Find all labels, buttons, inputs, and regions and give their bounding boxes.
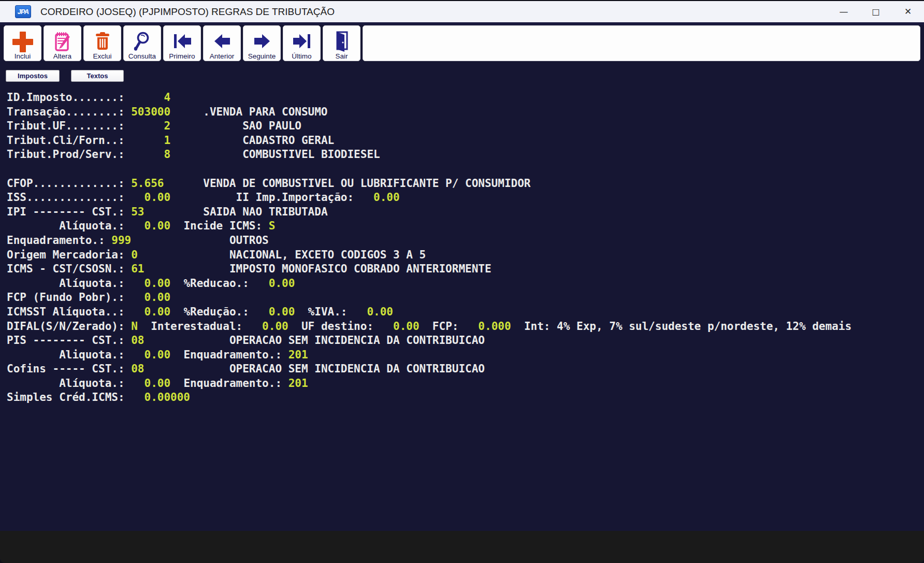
field-label: Incide ICMS:	[170, 220, 269, 232]
content-area: Impostos Textos ID.Imposto.......: 4Tran…	[0, 62, 924, 531]
field-label: COMBUSTIVEL BIODIESEL	[170, 148, 380, 161]
tab-textos[interactable]: Textos	[71, 70, 124, 82]
field-label: NACIONAL, EXCETO CODIGOS 3 A 5	[138, 249, 426, 261]
toolbar-button-label: Exclui	[93, 52, 111, 60]
seguinte-button[interactable]: Seguinte	[243, 25, 281, 61]
terminal-line: Transação........: 503000 .VENDA PARA CO…	[7, 105, 924, 120]
field-label: Alíquota.:	[7, 377, 125, 389]
toolbar-button-label: Anterior	[210, 52, 234, 60]
minimize-button[interactable]: —	[828, 1, 860, 22]
terminal-line: Origem Mercadoria: 0 NACIONAL, EXCETO CO…	[7, 248, 924, 263]
sair-button[interactable]: Sair	[323, 25, 360, 61]
field-value: 0.00	[125, 306, 171, 318]
field-value: 0.00	[125, 377, 171, 389]
field-label: .VENDA PARA CONSUMO	[170, 106, 327, 118]
tab-impostos[interactable]: Impostos	[6, 70, 60, 82]
terminal-line: ISS..............: 0.00 II Imp.Importaçã…	[7, 191, 924, 205]
toolbar-button-label: Seguinte	[248, 52, 276, 60]
terminal-line: Tribut.Prod/Serv.: 8 COMBUSTIVEL BIODIES…	[7, 148, 924, 162]
toolbar-button-label: Último	[292, 52, 311, 60]
field-value: 0.00	[125, 349, 171, 361]
toolbar-button-label: Consulta	[128, 52, 156, 60]
field-label: CADASTRO GERAL	[170, 134, 334, 147]
field-value: 201	[288, 349, 308, 361]
terminal-line: Tribut.UF........: 2 SAO PAULO	[7, 119, 924, 134]
terminal-line: ID.Imposto.......: 4	[7, 91, 924, 105]
toolbar-filler-panel	[363, 25, 920, 61]
magnifier-icon	[131, 31, 154, 52]
terminal-line: Cofins ----- CST.: 08 OPERACAO SEM INCID…	[7, 362, 924, 377]
field-value: 0.00	[347, 306, 393, 318]
field-label: FCP (Fundo Pobr).:	[7, 291, 125, 304]
field-label: Enquadramento.:	[7, 234, 111, 247]
terminal-line: ICMS - CST/CSOSN.: 61 IMPOSTO MONOFASICO…	[7, 262, 924, 277]
terminal-line: Enquadramento.: 999 OUTROS	[7, 234, 924, 248]
field-value: 0.000	[458, 320, 511, 333]
maximize-button[interactable]: □	[860, 1, 892, 22]
app-icon-label: JPA	[18, 8, 28, 16]
maximize-icon: □	[872, 8, 879, 16]
field-label: %Redução.:	[170, 306, 249, 318]
consulta-button[interactable]: Consulta	[123, 25, 161, 61]
inclui-button[interactable]: Inclui	[4, 25, 41, 61]
field-value: 0.00	[249, 277, 295, 290]
field-value: 0.00	[125, 191, 171, 204]
ultimo-button[interactable]: Último	[283, 25, 321, 61]
toolbar-button-label: Inclui	[15, 52, 31, 60]
anterior-button[interactable]: Anterior	[203, 25, 241, 61]
field-label: OUTROS	[131, 234, 269, 247]
close-icon: ✕	[904, 7, 912, 16]
field-label: Enquadramento.:	[170, 349, 288, 361]
toolbar-button-label: Primeiro	[169, 52, 195, 60]
field-value: 8	[125, 148, 171, 161]
field-value: 0	[131, 249, 138, 261]
field-label: ICMSST Alíquota..:	[7, 306, 125, 318]
field-label: %Reducao.:	[170, 277, 249, 290]
terminal-line: Alíquota.: 0.00 Enquadramento.: 201	[7, 377, 924, 391]
previous-record-icon	[211, 31, 234, 52]
field-value: 0.00	[373, 320, 420, 333]
field-value: 999	[111, 234, 131, 247]
terminal-line: ICMSST Alíquota..: 0.00 %Redução.: 0.00 …	[7, 305, 924, 320]
field-value: S	[269, 220, 276, 232]
toolbar: Inclui	[0, 25, 924, 62]
field-label: Int: 4% Exp, 7% sul/sudeste p/nordeste, …	[511, 320, 851, 333]
close-button[interactable]: ✕	[892, 1, 924, 22]
terminal-line: Tribut.Cli/Forn..: 1 CADASTRO GERAL	[7, 134, 924, 148]
window-controls: — □ ✕	[828, 1, 924, 22]
toolbar-button-label: Altera	[53, 52, 71, 60]
field-value: 5.656	[131, 177, 164, 190]
field-label: Tribut.Cli/Forn..:	[7, 134, 125, 147]
minimize-icon: —	[840, 7, 848, 16]
field-label: Alíquota.:	[7, 277, 125, 290]
titlebar: JPA CORDEIRO (JOSEQ) (PJPIMPOSTO) REGRAS…	[0, 0, 924, 22]
exclui-button[interactable]: Exclui	[83, 25, 121, 61]
field-value: 53	[131, 206, 144, 218]
field-value: 08	[131, 334, 144, 347]
field-value: 503000	[131, 106, 170, 118]
field-value: 61	[131, 263, 144, 275]
altera-button[interactable]: Altera	[44, 25, 81, 61]
field-label: Interestadual:	[138, 320, 242, 333]
field-value: 201	[288, 377, 308, 389]
terminal-line: Alíquota.: 0.00 %Reducao.: 0.00	[7, 277, 924, 291]
field-label: Alíquota.:	[7, 220, 125, 232]
first-record-icon	[171, 31, 194, 52]
plus-icon	[11, 31, 34, 52]
field-label: Cofins ----- CST.:	[7, 363, 131, 375]
field-value: 0.00	[354, 191, 400, 204]
primeiro-button[interactable]: Primeiro	[163, 25, 201, 61]
field-label: UF destino:	[288, 320, 373, 333]
app-window: JPA CORDEIRO (JOSEQ) (PJPIMPOSTO) REGRAS…	[0, 0, 924, 563]
field-label: ID.Imposto.......:	[7, 91, 125, 104]
field-label: %IVA.:	[295, 306, 347, 318]
field-label: ISS..............:	[7, 191, 125, 204]
toolbar-button-label: Sair	[335, 52, 348, 60]
field-label: ICMS - CST/CSOSN.:	[7, 263, 131, 275]
field-label: OPERACAO SEM INCIDENCIA DA CONTRIBUICAO	[145, 334, 485, 347]
field-value: 0.00	[249, 306, 295, 318]
app-icon: JPA	[15, 5, 31, 18]
field-label: Enquadramento.:	[170, 377, 288, 389]
field-label: IPI -------- CST.:	[7, 206, 131, 218]
field-value: 4	[125, 91, 171, 104]
